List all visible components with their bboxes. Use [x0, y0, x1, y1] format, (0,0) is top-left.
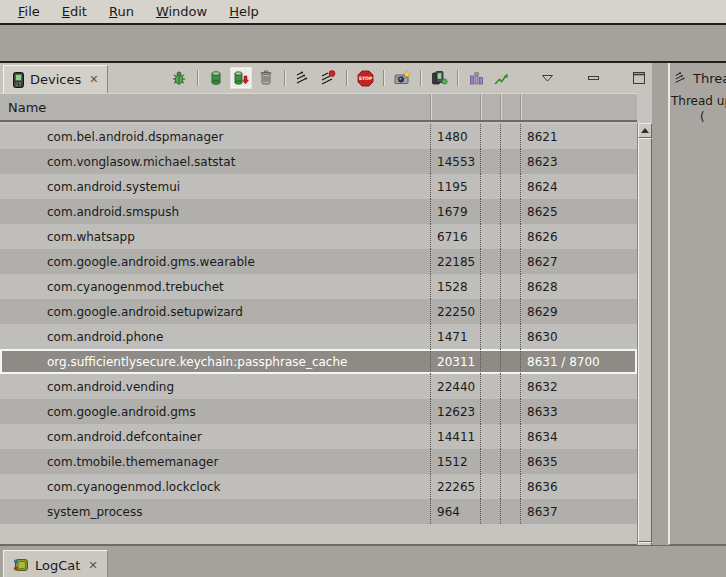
pid-cell: 14553 — [430, 149, 480, 174]
blank-cell — [500, 199, 520, 224]
dump-hprof-icon[interactable] — [232, 69, 250, 87]
port-cell: 8626 — [520, 224, 637, 249]
port-cell: 8623 — [520, 149, 637, 174]
menu-item-window[interactable]: Window — [146, 2, 219, 21]
tab-threads[interactable]: Threads — [670, 63, 726, 93]
blank-cell — [500, 474, 520, 499]
start-method-profiling-icon[interactable] — [319, 69, 337, 87]
process-name-cell: com.android.smspush — [0, 199, 430, 224]
minimize-icon[interactable] — [584, 69, 602, 87]
close-icon[interactable]: ✕ — [89, 73, 98, 86]
process-name-cell: com.google.android.gms.wearable — [0, 249, 430, 274]
column-header-blank-2[interactable] — [500, 94, 520, 120]
network-arrow-icon[interactable] — [492, 69, 510, 87]
menu-item-file[interactable]: File — [8, 2, 52, 21]
phone-icon — [13, 72, 24, 88]
pid-cell: 14411 — [430, 424, 480, 449]
pid-cell: 22265 — [430, 474, 480, 499]
heap-bars-icon[interactable] — [467, 69, 485, 87]
panel-sash[interactable] — [652, 63, 668, 545]
table-row[interactable]: com.vonglasow.michael.satstat145538623 — [0, 149, 637, 174]
pid-cell: 1512 — [430, 449, 480, 474]
tab-logcat[interactable]: LogCat ✕ — [3, 550, 108, 577]
blank-cell — [500, 499, 520, 524]
pid-cell: 1195 — [430, 174, 480, 199]
vertical-scrollbar-thumb[interactable] — [638, 138, 652, 542]
table-row[interactable]: system_process9648637 — [0, 499, 637, 524]
blank-cell — [500, 174, 520, 199]
table-row[interactable]: com.android.phone14718630 — [0, 324, 637, 349]
port-cell: 8634 — [520, 424, 637, 449]
process-name-cell: com.cyanogenmod.lockclock — [0, 474, 430, 499]
table-row[interactable]: com.google.android.setupwizard222508629 — [0, 299, 637, 324]
threads-message-line1: Thread up — [671, 93, 726, 109]
table-row[interactable]: com.android.defcontainer144118634 — [0, 424, 637, 449]
process-name-cell: com.bel.android.dspmanager — [0, 124, 430, 149]
threads-message-line2: ( — [671, 109, 726, 125]
vertical-scrollbar[interactable] — [637, 123, 652, 557]
pid-cell: 1480 — [430, 124, 480, 149]
scroll-up-button[interactable] — [638, 123, 652, 138]
toolbar-separator — [420, 70, 421, 86]
close-icon[interactable]: ✕ — [88, 559, 97, 572]
column-header-pid[interactable] — [430, 94, 480, 120]
maximize-icon[interactable] — [630, 69, 648, 87]
device-screens-icon[interactable] — [430, 69, 448, 87]
tab-devices-label: Devices — [30, 72, 81, 87]
process-name-cell: com.android.vending — [0, 374, 430, 399]
menu-item-help[interactable]: Help — [219, 2, 271, 21]
blank-cell — [500, 224, 520, 249]
port-cell: 8635 — [520, 449, 637, 474]
process-name-cell: com.google.android.gms — [0, 399, 430, 424]
table-row[interactable]: com.bel.android.dspmanager14808621 — [0, 124, 637, 149]
process-name-cell: com.vonglasow.michael.satstat — [0, 149, 430, 174]
logcat-icon — [13, 558, 29, 572]
table-row[interactable]: com.android.systemui11958624 — [0, 174, 637, 199]
update-heap-icon[interactable] — [207, 69, 225, 87]
column-header-port[interactable] — [520, 94, 637, 120]
port-cell: 8624 — [520, 174, 637, 199]
table-row[interactable]: com.android.vending224408632 — [0, 374, 637, 399]
process-name-cell: system_process — [0, 499, 430, 524]
pid-cell: 20311 — [430, 349, 480, 374]
blank-cell — [500, 349, 520, 374]
table-row[interactable]: com.google.android.gms.wearable221858627 — [0, 249, 637, 274]
port-cell: 8628 — [520, 274, 637, 299]
menu-item-edit[interactable]: Edit — [52, 2, 99, 21]
debug-process-icon[interactable] — [170, 69, 188, 87]
stop-process-icon[interactable]: STOP — [356, 69, 374, 87]
pid-cell: 22185 — [430, 249, 480, 274]
blank-cell — [480, 499, 500, 524]
menu-item-run[interactable]: Run — [99, 2, 146, 21]
column-header-name[interactable]: Name — [0, 94, 430, 120]
blank-cell — [480, 249, 500, 274]
column-header-blank-1[interactable] — [480, 94, 500, 120]
update-threads-icon[interactable] — [294, 69, 312, 87]
table-row[interactable]: com.whatsapp67168626 — [0, 224, 637, 249]
table-row[interactable]: com.cyanogenmod.lockclock222658636 — [0, 474, 637, 499]
port-cell: 8636 — [520, 474, 637, 499]
table-row[interactable]: org.sufficientlysecure.keychain:passphra… — [0, 349, 637, 374]
table-header: Name — [0, 93, 637, 122]
tab-devices[interactable]: Devices ✕ — [3, 65, 108, 93]
cause-gc-trash-icon[interactable] — [257, 69, 275, 87]
table-row[interactable]: com.tmobile.thememanager15128635 — [0, 449, 637, 474]
table-row[interactable]: com.android.smspush16798625 — [0, 199, 637, 224]
main-area: Devices ✕ — [0, 63, 726, 545]
screen-capture-camera-icon[interactable] — [393, 69, 411, 87]
pid-cell: 1679 — [430, 199, 480, 224]
view-menu-chevron-icon[interactable] — [538, 69, 556, 87]
port-cell: 8633 — [520, 399, 637, 424]
table-row[interactable]: com.cyanogenmod.trebuchet15288628 — [0, 274, 637, 299]
pid-cell: 6716 — [430, 224, 480, 249]
process-rows: com.bel.android.dspmanager14808621com.vo… — [0, 124, 637, 524]
toolbar-separator — [457, 70, 458, 86]
blank-cell — [480, 149, 500, 174]
port-cell: 8627 — [520, 249, 637, 274]
pid-cell: 1528 — [430, 274, 480, 299]
table-row[interactable]: com.google.android.gms126238633 — [0, 399, 637, 424]
blank-cell — [480, 199, 500, 224]
tab-threads-label: Threads — [693, 71, 726, 86]
blank-cell — [480, 449, 500, 474]
port-cell: 8632 — [520, 374, 637, 399]
